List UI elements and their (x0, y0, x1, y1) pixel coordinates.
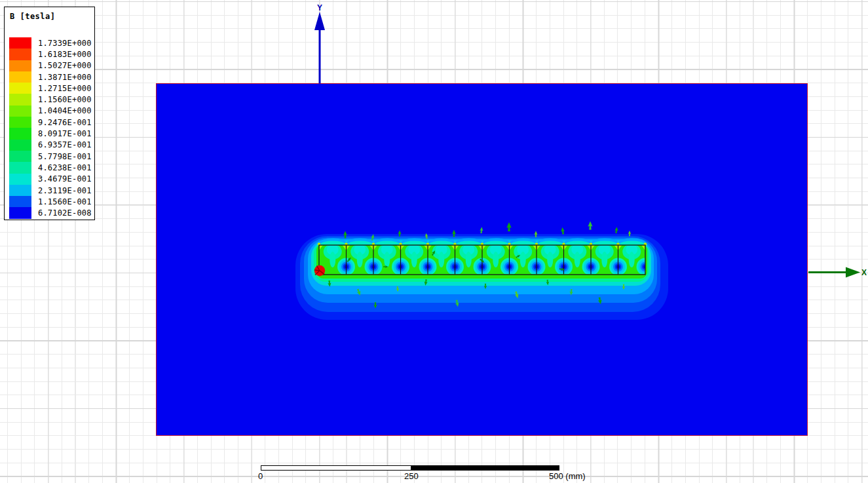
x-axis-arrow-icon (846, 267, 860, 278)
legend-swatch (9, 117, 31, 128)
legend-value: 6.7102E-008 (38, 208, 92, 218)
legend-value: 1.0404E+000 (38, 106, 92, 115)
legend-entry: 1.3871E+000 (9, 71, 92, 83)
legend-entry: 9.2476E-001 (9, 117, 92, 128)
legend-entry: 8.0917E-001 (9, 128, 92, 139)
legend-entry: 4.6238E-001 (9, 162, 92, 173)
legend-entry: 1.1560E+000 (9, 94, 92, 105)
legend-entry: 3.4679E-001 (9, 174, 92, 185)
legend-title: B [tesla] (10, 12, 56, 21)
scale-bar-segment-white (261, 465, 411, 471)
legend-entry: 1.0404E+000 (9, 106, 92, 117)
legend-value: 6.9357E-001 (38, 140, 92, 149)
x-axis-label: X (861, 268, 867, 277)
x-axis: X (808, 267, 867, 278)
legend-value: 3.4679E-001 (38, 174, 92, 184)
legend-swatch (9, 128, 31, 139)
legend-entry: 6.7102E-008 (9, 207, 92, 218)
legend-entry: 1.7339E+000 (9, 37, 92, 48)
scale-tick-0: 0 (258, 471, 263, 481)
legend-swatch (9, 48, 31, 60)
legend-entry: 1.5027E+000 (9, 60, 92, 71)
scale-tick-250: 250 (404, 471, 419, 481)
y-axis-arrow-icon (314, 12, 325, 30)
legend-value: 1.6183E+000 (38, 50, 92, 59)
simulation-domain (156, 83, 808, 436)
legend-value: 4.6238E-001 (38, 163, 92, 172)
legend-value: 1.2715E+000 (38, 84, 92, 93)
legend-entry: 5.7798E-001 (9, 151, 92, 162)
legend-box[interactable]: B [tesla] 1.7339E+0001.6183E+0001.5027E+… (4, 7, 95, 220)
y-axis: Y (314, 3, 325, 84)
y-axis-label: Y (317, 3, 322, 12)
legend-swatch (9, 140, 31, 151)
legend-swatch (9, 106, 31, 117)
legend-value: 1.1560E-001 (38, 197, 92, 206)
legend-value: 1.1560E+000 (38, 95, 92, 104)
legend-entry: 1.6183E+000 (9, 48, 92, 60)
legend-swatch (9, 162, 31, 173)
legend-swatch (9, 207, 31, 218)
legend-value: 5.7798E-001 (38, 152, 92, 161)
legend-swatch (9, 151, 31, 162)
legend-value: 1.3871E+000 (38, 73, 92, 82)
legend-swatch (9, 83, 31, 94)
legend-entry: 1.1560E-001 (9, 196, 92, 207)
legend-value: 9.2476E-001 (38, 118, 92, 127)
legend-value: 8.0917E-001 (38, 129, 92, 138)
legend-swatch (9, 185, 31, 196)
legend-swatch (9, 94, 31, 105)
legend-entry: 1.2715E+000 (9, 83, 92, 94)
legend-entries: 1.7339E+0001.6183E+0001.5027E+0001.3871E… (9, 37, 92, 219)
legend-entry: 6.9357E-001 (9, 140, 92, 151)
scale-bar-segment-black (411, 465, 559, 471)
legend-swatch (9, 37, 31, 48)
legend-entry: 2.3119E-001 (9, 185, 92, 196)
scale-tick-500: 500 (mm) (549, 471, 586, 481)
legend-value: 2.3119E-001 (38, 186, 92, 195)
legend-swatch (9, 174, 31, 185)
legend-swatch (9, 196, 31, 207)
legend-swatch (9, 71, 31, 83)
legend-value: 1.7339E+000 (38, 39, 92, 48)
legend-value: 1.5027E+000 (38, 61, 92, 70)
legend-swatch (9, 60, 31, 71)
viewport[interactable]: Y X B [tesla] 1.7339E+0001.6183E+0001.50… (0, 0, 868, 483)
